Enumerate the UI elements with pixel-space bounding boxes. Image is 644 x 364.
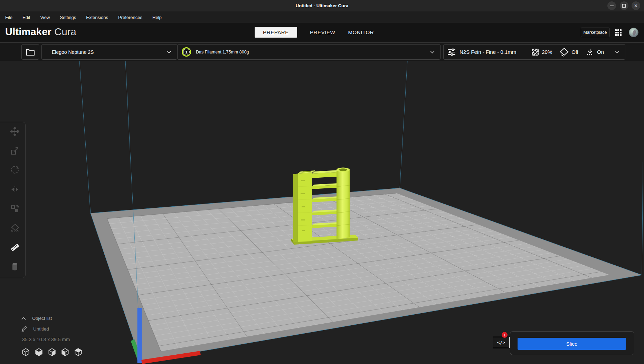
infill-value: 20% <box>542 49 552 55</box>
app-switcher-icon[interactable] <box>615 29 624 36</box>
chevron-down-icon <box>430 51 435 53</box>
chevron-up-icon <box>21 317 26 320</box>
open-file-button[interactable] <box>21 44 39 60</box>
slice-button[interactable]: Slice <box>518 338 626 350</box>
support-value: Off <box>571 49 578 55</box>
project-name: Untitled <box>33 326 49 332</box>
menu-view[interactable]: View <box>40 15 50 20</box>
per-model-settings-icon <box>10 204 19 213</box>
adhesion-value: On <box>597 49 604 55</box>
title-bar[interactable]: Untitled - Ultimaker Cura ✕ <box>0 0 644 11</box>
view-front-icon[interactable] <box>35 348 43 356</box>
view-left-icon[interactable] <box>61 348 69 356</box>
menu-help[interactable]: Help <box>152 15 162 20</box>
folder-icon <box>26 48 35 56</box>
header: Ultimaker Cura PREPARE PREVIEW MONITOR M… <box>0 23 644 42</box>
support-blocker-icon <box>10 224 19 233</box>
adhesion-icon <box>586 48 594 56</box>
menu-extensions[interactable]: Extensions <box>86 15 108 20</box>
tab-monitor[interactable]: MONITOR <box>348 27 374 38</box>
minimize-button[interactable] <box>607 1 616 10</box>
tab-preview[interactable]: PREVIEW <box>310 27 335 38</box>
viewport-background <box>0 61 644 364</box>
mirror-tool-button[interactable] <box>10 185 20 194</box>
print-settings-selector[interactable]: N2S Fein - Fine - 0.1mm 20% Off <box>443 44 625 60</box>
object-panel: Object list Untitled 35.3 x 10.3 x 39.5 … <box>21 316 83 356</box>
chevron-down-icon <box>615 51 619 53</box>
infill-icon <box>531 48 539 56</box>
app-logo: Ultimaker Cura <box>5 26 76 38</box>
rotate-icon <box>10 166 19 175</box>
infill-setting: 20% <box>531 48 552 56</box>
menu-bar: File Edit View Settings Extensions Prefe… <box>0 12 644 23</box>
extruder-number: 1 <box>183 49 190 55</box>
printer-selector[interactable]: Elegoo Neptune 2S <box>41 44 177 60</box>
extruder-icon: 1 <box>182 47 191 57</box>
eraser-cylinder-icon <box>11 262 19 271</box>
support-eraser-button[interactable] <box>10 262 20 271</box>
move-icon <box>10 127 19 136</box>
close-icon: ✕ <box>634 3 638 8</box>
slice-panel: Slice <box>510 331 634 355</box>
view-right-icon[interactable] <box>74 348 83 356</box>
cura-window: { "window": { "title": "Untitled - Ultim… <box>0 0 644 364</box>
project-name-row[interactable]: Untitled <box>21 326 83 332</box>
view-3d-icon[interactable] <box>21 348 30 356</box>
mirror-icon <box>10 185 19 194</box>
material-name: Das Filament 1,75mm 800g <box>196 50 249 55</box>
restore-icon <box>622 4 626 8</box>
pencil-icon <box>21 326 27 332</box>
view-top-icon[interactable] <box>48 348 56 356</box>
scale-tool-button[interactable] <box>10 146 20 155</box>
per-model-settings-button[interactable] <box>10 204 20 213</box>
logo-light: Cura <box>54 26 76 37</box>
gcode-console-button[interactable]: </> <box>493 337 510 348</box>
adhesion-setting: On <box>586 48 604 56</box>
menu-preferences[interactable]: Preferences <box>118 15 142 20</box>
support-blocker-button[interactable] <box>10 224 20 233</box>
notification-badge: 1 <box>502 332 508 338</box>
object-list-label: Object list <box>32 316 52 321</box>
profile-name: N2S Fein - Fine - 0.1mm <box>460 49 516 55</box>
gcode-icon: </> <box>497 340 505 345</box>
sliders-icon <box>447 48 456 57</box>
window-title: Untitled - Ultimaker Cura <box>0 0 644 11</box>
menu-edit[interactable]: Edit <box>22 15 30 20</box>
measure-tool-button[interactable] <box>10 243 20 252</box>
support-icon <box>560 48 569 57</box>
logo-bold: Ultimaker <box>5 26 51 37</box>
rotate-tool-button[interactable] <box>10 166 20 175</box>
marketplace-button[interactable]: Marketplace <box>581 28 609 37</box>
chevron-down-icon <box>167 51 171 53</box>
minimize-icon <box>610 6 614 6</box>
camera-view-buttons <box>21 348 83 356</box>
support-setting: Off <box>560 48 578 57</box>
restore-button[interactable] <box>620 1 628 10</box>
config-toolbar: Elegoo Neptune 2S 1 Das Filament 1,75mm … <box>0 42 644 61</box>
measure-ruler-icon <box>10 243 20 252</box>
move-tool-button[interactable] <box>10 127 20 136</box>
tool-panel <box>0 122 26 278</box>
scale-icon <box>10 146 19 155</box>
menu-settings[interactable]: Settings <box>60 15 76 20</box>
account-avatar[interactable] <box>629 28 638 37</box>
stage-tabs: PREPARE PREVIEW MONITOR <box>255 27 374 38</box>
menu-file[interactable]: File <box>5 15 12 20</box>
close-button[interactable]: ✕ <box>632 1 640 10</box>
tab-prepare[interactable]: PREPARE <box>255 27 297 38</box>
object-list-toggle[interactable]: Object list <box>21 316 83 321</box>
material-selector[interactable]: 1 Das Filament 1,75mm 800g <box>177 44 441 60</box>
printer-name: Elegoo Neptune 2S <box>52 49 94 55</box>
model-dimensions: 35.3 x 10.3 x 39.5 mm <box>22 337 83 342</box>
